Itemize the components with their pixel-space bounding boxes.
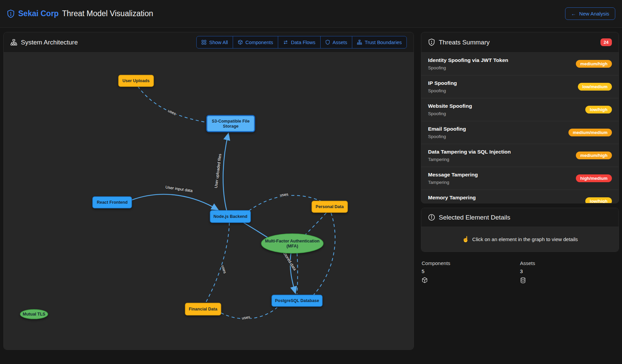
filter-button-show-all[interactable]: Show All (196, 36, 233, 48)
architecture-canvas[interactable]: usesUser uploaded filesUser input dataus… (4, 53, 414, 350)
threat-category: Tampering (428, 156, 511, 163)
threat-list[interactable]: Identity Spoofing via JWT TokenSpoofingm… (421, 53, 619, 203)
threat-category: Spoofing (428, 133, 466, 140)
app-header: Sekai Corp Threat Model Visualization ← … (0, 0, 622, 28)
threat-name: Data Tampering via SQL Injection (428, 148, 511, 156)
edge-label: Stored data (282, 251, 297, 271)
edge-label: User input data (165, 185, 193, 193)
graph-edge-personal-postgres[interactable] (314, 213, 335, 295)
database-icon (520, 277, 618, 284)
threat-item[interactable]: IP SpoofingSpoofinglow/medium (421, 75, 619, 98)
edge-label: User uploaded files (214, 154, 222, 189)
threats-summary-header: Threats Summary 24 (421, 32, 619, 53)
graph-node-financial-data[interactable]: Financial Data (185, 303, 221, 315)
pointer-hand-icon: ☝ (462, 236, 469, 243)
node-label: Mutual TLS (23, 312, 45, 317)
edge-label: uses (220, 265, 227, 274)
graph-edge-backend-financial[interactable]: uses (205, 223, 229, 304)
threats-summary-panel: Threats Summary 24 Identity Spoofing via… (421, 32, 619, 203)
sitemap-icon (10, 39, 17, 46)
node-label: React Frontend (97, 200, 128, 205)
stat-assets-label: Assets (520, 260, 618, 266)
graph-edge-backend-mfa[interactable] (243, 223, 270, 239)
cube-icon (422, 277, 520, 284)
graph-node-personal-data[interactable]: Personal Data (312, 201, 348, 212)
threat-name: Message Tampering (428, 171, 478, 178)
threat-item[interactable]: Data Tampering via SQL InjectionTamperin… (421, 144, 619, 167)
architecture-panel: System Architecture Show AllComponentsDa… (3, 32, 414, 350)
shield-alert-icon (428, 38, 435, 46)
page-title: Threat Model Visualization (62, 9, 153, 18)
threat-severity-badge: medium/high (576, 60, 612, 68)
graph-edge-user-uploads-s3[interactable]: uses (138, 86, 206, 122)
graph-node-postgresql-db[interactable]: PostgreSQL Database (272, 295, 322, 306)
cube-icon (238, 40, 243, 45)
shield-brand-icon (7, 9, 15, 18)
graph-node-user-uploads[interactable]: User Uploads (119, 75, 154, 87)
edge-label: uses (167, 108, 177, 117)
threat-severity-badge: low/high (585, 106, 612, 113)
graph-nodes-layer: User UploadsS3-Compatible FileStorageRea… (20, 75, 348, 319)
graph-edge-personal-mfa[interactable] (304, 213, 326, 236)
threat-category: Tampering (428, 179, 478, 186)
grid-icon (201, 40, 206, 45)
threat-count-badge: 24 (600, 38, 612, 46)
threat-item[interactable]: Website SpoofingSpoofinglow/high (421, 98, 619, 121)
threat-item[interactable]: Email SpoofingSpoofingmedium/medium (421, 121, 619, 144)
node-label: PostgreSQL Database (275, 298, 319, 303)
threat-name: Memory Tampering (428, 194, 476, 201)
node-label: Node.js Backend (214, 214, 248, 219)
main-content: System Architecture Show AllComponentsDa… (0, 28, 622, 350)
network-icon (357, 40, 362, 45)
architecture-graph: usesUser uploaded filesUser input dataus… (4, 53, 414, 350)
brand: Sekai Corp Threat Model Visualization (7, 9, 153, 18)
graph-edge-financial-postgres[interactable]: uses (221, 307, 277, 321)
graph-edge-frontend-backend[interactable]: User input data (132, 185, 218, 210)
graph-node-mfa[interactable]: Multi-Factor Authentication(MFA) (261, 234, 323, 253)
architecture-panel-header: System Architecture Show AllComponentsDa… (4, 32, 414, 53)
filter-button-data-flows[interactable]: Data Flows (278, 36, 321, 48)
graph-node-s3-storage[interactable]: S3-Compatible FileStorage (207, 115, 255, 132)
details-panel-title: Selected Element Details (439, 214, 510, 221)
threat-item[interactable]: Memory TamperingTamperinglow/high (421, 190, 619, 203)
threat-category: Tampering (428, 202, 476, 203)
graph-node-nodejs-backend[interactable]: Node.js Backend (210, 210, 251, 223)
arrows-icon (283, 40, 288, 45)
threat-item[interactable]: Identity Spoofing via JWT TokenSpoofingm… (421, 53, 619, 75)
threat-severity-badge: medium/high (576, 152, 612, 159)
threat-item[interactable]: Message TamperingTamperinghigh/medium (421, 167, 619, 190)
details-placeholder-text: Click on an element in the graph to view… (472, 236, 578, 242)
node-label: Personal Data (316, 204, 344, 209)
threat-severity-badge: high/medium (576, 174, 612, 182)
right-sidebar: Threats Summary 24 Identity Spoofing via… (421, 32, 619, 350)
details-panel-header: Selected Element Details (421, 208, 619, 227)
threat-category: Spoofing (428, 88, 457, 94)
threat-severity-badge: low/medium (578, 83, 612, 91)
edge-label: uses (241, 315, 251, 320)
graph-edge-backend-s3[interactable]: User uploaded files (214, 134, 228, 210)
new-analysis-button[interactable]: ← New Analysis (565, 7, 615, 20)
filter-button-trust-boundaries[interactable]: Trust Boundaries (352, 36, 407, 48)
stat-components-value: 5 (422, 268, 520, 274)
filter-button-components[interactable]: Components (233, 36, 278, 48)
selected-element-details-panel: Selected Element Details ☝ Click on an e… (421, 208, 619, 252)
back-arrow-icon: ← (571, 11, 576, 16)
architecture-title: System Architecture (21, 39, 78, 46)
graph-edge-mfa-postgres-uses[interactable] (297, 253, 298, 294)
edge-label: uses (280, 192, 289, 198)
stats-row: Components 5 Assets 3 (421, 260, 619, 284)
threats-summary-title: Threats Summary (439, 39, 490, 46)
graph-edge-mfa-postgres-flow[interactable]: Stored data (282, 251, 297, 293)
details-placeholder: ☝ Click on an element in the graph to vi… (421, 227, 619, 252)
filter-button-assets[interactable]: Assets (320, 36, 353, 48)
shield-icon (325, 40, 330, 45)
threat-name: Website Spoofing (428, 102, 472, 110)
threat-name: Identity Spoofing via JWT Token (428, 56, 508, 64)
threat-severity-badge: low/high (585, 197, 612, 203)
graph-filter-group: Show AllComponentsData FlowsAssetsTrust … (196, 36, 407, 48)
graph-node-mutual-tls[interactable]: Mutual TLS (20, 309, 48, 319)
threat-category: Spoofing (428, 110, 472, 117)
graph-node-react-frontend[interactable]: React Frontend (93, 197, 132, 208)
stat-assets: Assets 3 (520, 260, 618, 284)
threat-severity-badge: medium/medium (568, 129, 612, 136)
